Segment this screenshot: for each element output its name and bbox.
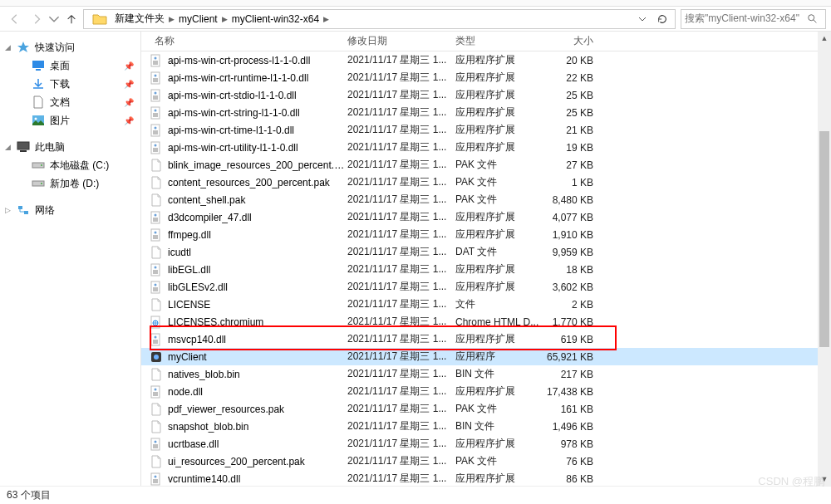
chevron-down-icon: ◢ (5, 143, 11, 151)
file-row[interactable]: api-ms-win-crt-utility-l1-1-0.dll2021/11… (141, 139, 831, 156)
sidebar-desktop[interactable]: 桌面📌 (0, 56, 140, 75)
breadcrumb-item[interactable]: myClient (176, 13, 220, 25)
file-icon (150, 403, 163, 416)
file-type: 应用程序扩展 (455, 280, 543, 294)
svg-point-42 (155, 283, 157, 286)
file-type: 应用程序扩展 (455, 88, 543, 102)
breadcrumb-item[interactable]: myClient-win32-x64 (229, 13, 322, 25)
file-row[interactable]: snapshot_blob.bin2021/11/17 星期三 1...BIN … (141, 418, 831, 435)
file-date: 2021/11/17 星期三 1... (347, 245, 455, 259)
file-row[interactable]: libEGL.dll2021/11/17 星期三 1...应用程序扩展18 KB (141, 261, 831, 278)
chevron-right-icon: ▶ (167, 15, 176, 23)
svg-rect-6 (20, 150, 27, 152)
back-button[interactable] (5, 9, 25, 29)
svg-point-10 (41, 183, 42, 184)
file-size: 1,496 KB (543, 421, 602, 433)
file-row[interactable]: LICENSE2021/11/17 星期三 1...文件2 KB (141, 296, 831, 313)
svg-point-36 (155, 231, 157, 233)
sidebar-this-pc[interactable]: ◢ 此电脑 (0, 138, 140, 156)
column-size[interactable]: 大小 (543, 34, 602, 48)
refresh-button[interactable] (653, 10, 671, 28)
file-row[interactable]: natives_blob.bin2021/11/17 星期三 1...BIN 文… (141, 365, 831, 383)
file-date: 2021/11/17 星期三 1... (347, 297, 455, 311)
picture-icon (32, 114, 45, 127)
svg-rect-20 (153, 95, 158, 100)
up-button[interactable] (61, 9, 81, 29)
breadcrumb-bar[interactable]: 新建文件夹 ▶ myClient ▶ myClient-win32-x64 ▶ (83, 9, 676, 29)
svg-rect-14 (153, 61, 158, 65)
download-icon (32, 77, 45, 91)
svg-point-33 (155, 213, 157, 216)
file-row[interactable]: ucrtbase.dll2021/11/17 星期三 1...应用程序扩展978… (141, 435, 831, 453)
scroll-up-button[interactable]: ▲ (818, 32, 831, 45)
file-row[interactable]: ffmpeg.dll2021/11/17 星期三 1...应用程序扩展1,910… (141, 226, 831, 243)
file-name: api-ms-win-crt-string-l1-1-0.dll (168, 107, 347, 119)
svg-point-8 (41, 164, 42, 166)
file-type: PAK 文件 (455, 193, 543, 207)
file-date: 2021/11/17 星期三 1... (347, 210, 455, 224)
column-name[interactable]: 名称 (150, 34, 347, 48)
sidebar-downloads[interactable]: 下载📌 (0, 75, 140, 93)
file-type: 应用程序扩展 (455, 105, 543, 120)
file-size: 619 KB (543, 334, 602, 345)
file-row[interactable]: blink_image_resources_200_percent.p...20… (141, 156, 831, 174)
sidebar-pictures[interactable]: 图片📌 (0, 111, 140, 130)
file-date: 2021/11/17 星期三 1... (347, 123, 455, 137)
file-row[interactable]: content_shell.pak2021/11/17 星期三 1...PAK … (141, 191, 831, 208)
file-row[interactable]: api-ms-win-crt-time-l1-1-0.dll2021/11/17… (141, 121, 831, 139)
file-date: 2021/11/17 星期三 1... (347, 262, 455, 276)
file-row[interactable]: node.dll2021/11/17 星期三 1...应用程序扩展17,438 … (141, 383, 831, 400)
file-row[interactable]: libGLESv2.dll2021/11/17 星期三 1...应用程序扩展3,… (141, 278, 831, 296)
file-name: libEGL.dll (168, 264, 347, 276)
file-row[interactable]: d3dcompiler_47.dll2021/11/17 星期三 1...应用程… (141, 208, 831, 226)
recent-dropdown[interactable] (48, 9, 60, 29)
desktop-icon (32, 59, 45, 72)
file-size: 4,077 KB (543, 212, 602, 223)
column-type[interactable]: 类型 (455, 34, 543, 48)
file-name: myClient (168, 351, 347, 363)
column-date[interactable]: 修改日期 (347, 34, 455, 48)
file-row[interactable]: content_resources_200_percent.pak2021/11… (141, 174, 831, 191)
sidebar-documents[interactable]: 文档📌 (0, 93, 140, 111)
sidebar-drive-d[interactable]: 新加卷 (D:) (0, 174, 140, 193)
file-list-pane: 名称 修改日期 类型 大小 api-ms-win-crt-process-l1-… (141, 32, 831, 492)
file-row[interactable]: LICENSES.chromium2021/11/17 星期三 1...Chro… (141, 313, 831, 330)
file-row[interactable]: api-ms-win-crt-string-l1-1-0.dll2021/11/… (141, 104, 831, 121)
file-size: 20 KB (543, 55, 602, 66)
file-size: 22 KB (543, 72, 602, 84)
pc-icon (17, 140, 30, 154)
search-input[interactable]: 搜索"myClient-win32-x64" (681, 9, 826, 29)
file-size: 1,910 KB (543, 229, 602, 241)
file-icon (150, 472, 163, 486)
file-row[interactable]: api-ms-win-crt-runtime-l1-1-0.dll2021/11… (141, 69, 831, 86)
file-row[interactable]: pdf_viewer_resources.pak2021/11/17 星期三 1… (141, 400, 831, 418)
file-size: 3,602 KB (543, 281, 602, 293)
file-row[interactable]: api-ms-win-crt-process-l1-1-0.dll2021/11… (141, 51, 831, 69)
file-icon (150, 211, 163, 224)
item-count: 63 个项目 (7, 488, 51, 502)
file-size: 76 KB (543, 456, 602, 467)
svg-rect-38 (153, 270, 158, 274)
sidebar-network[interactable]: ▷ 网络 (0, 201, 140, 219)
svg-rect-5 (17, 142, 29, 149)
file-type: PAK 文件 (455, 402, 543, 416)
file-row[interactable]: myClient2021/11/17 星期三 1...应用程序65,921 KB (141, 348, 831, 365)
sidebar-drive-c[interactable]: 本地磁盘 (C:) (0, 156, 140, 174)
file-name: api-ms-win-crt-process-l1-1-0.dll (168, 55, 347, 66)
file-date: 2021/11/17 星期三 1... (347, 315, 455, 329)
svg-point-27 (155, 126, 157, 129)
file-row[interactable]: icudtl2021/11/17 星期三 1...DAT 文件9,959 KB (141, 243, 831, 261)
file-row[interactable]: ui_resources_200_percent.pak2021/11/17 星… (141, 453, 831, 470)
file-row[interactable]: api-ms-win-crt-stdio-l1-1-0.dll2021/11/1… (141, 86, 831, 104)
breadcrumb-item[interactable]: 新建文件夹 (112, 12, 167, 26)
file-row[interactable]: vcruntime140.dll2021/11/17 星期三 1...应用程序扩… (141, 470, 831, 487)
forward-button[interactable] (27, 9, 47, 29)
scroll-thumb[interactable] (819, 131, 829, 347)
sidebar-quick-access[interactable]: ◢ 快速访问 (0, 38, 140, 56)
file-type: BIN 文件 (455, 419, 543, 433)
file-row[interactable]: msvcp140.dll2021/11/17 星期三 1...应用程序扩展619… (141, 330, 831, 348)
vertical-scrollbar[interactable]: ▲ ▼ (818, 32, 831, 486)
ribbon-placeholder (0, 0, 831, 7)
history-dropdown[interactable] (633, 10, 652, 28)
file-name: pdf_viewer_resources.pak (168, 404, 347, 415)
